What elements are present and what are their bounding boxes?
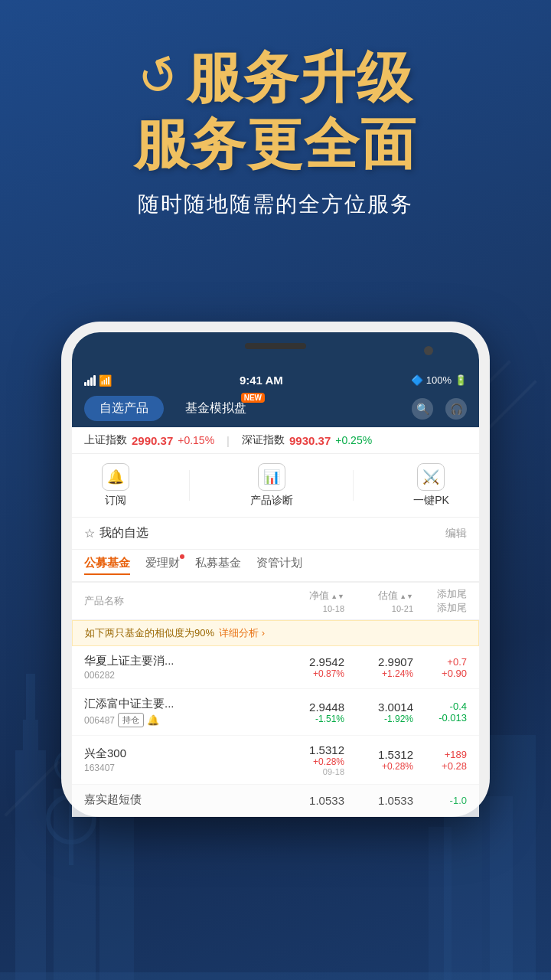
- subscribe-icon: 🔔: [102, 463, 129, 491]
- fund-est-1: 2.9907 +1.24%: [344, 655, 413, 679]
- col-add-header: 添加尾添加尾: [413, 587, 467, 615]
- pk-action[interactable]: ⚔️ 一键PK: [413, 463, 449, 508]
- watchlist-icon: ☆: [84, 526, 95, 541]
- col-est-header: 估值▲▼ 10-21: [344, 589, 413, 614]
- fund-code-2: 006487: [84, 715, 115, 726]
- diagnose-action[interactable]: 📊 产品诊断: [250, 463, 293, 508]
- action-divider-2: [353, 470, 354, 501]
- phone-camera: [424, 346, 433, 355]
- fund-row-4[interactable]: 嘉实超短债 1.0533 1.0533 -1.0: [72, 785, 479, 817]
- sz-index-name: 深证指数: [242, 433, 285, 447]
- alert-banner: 如下两只基金的相似度为90% 详细分析 ›: [72, 620, 479, 646]
- new-badge: NEW: [241, 393, 265, 403]
- tab-bar: 自选产品 基金模拟盘 NEW 🔍 🎧: [72, 390, 479, 427]
- battery-icon: 🔋: [455, 374, 467, 386]
- hero-title-line2: 服务更全面: [31, 113, 520, 176]
- tab-watchlist[interactable]: 自选产品: [84, 396, 164, 421]
- subscribe-label: 订阅: [105, 494, 126, 508]
- fund-info-4: 嘉实超短债: [84, 792, 276, 808]
- fund-name-1: 华夏上证主要消...: [84, 654, 276, 668]
- phone-mockup: 📶 9:41 AM 🔷 100% 🔋 自选产品 基金模拟盘 NEW 🔍 🎧: [61, 322, 490, 817]
- fund-code-1: 006282: [84, 670, 115, 681]
- pk-icon: ⚔️: [417, 463, 445, 491]
- svg-rect-11: [490, 735, 536, 980]
- search-icon[interactable]: 🔍: [412, 398, 433, 420]
- hero-title-line1: 服务升级: [187, 46, 413, 109]
- cat-tab-simu[interactable]: 私募基金: [195, 556, 241, 575]
- fund-action-2: -0.4 -0.013: [413, 701, 467, 724]
- svg-rect-2: [26, 674, 35, 720]
- arrow-icon: ↻: [131, 47, 187, 108]
- bluetooth-icon: 🔷: [411, 374, 423, 386]
- wifi-icon: 📶: [99, 374, 112, 387]
- table-header: 产品名称 净值▲▼ 10-18 估值▲▼ 10-21 添加尾添加尾: [72, 583, 479, 620]
- fund-action-3: +189 +0.28: [413, 749, 467, 772]
- alert-link[interactable]: 详细分析 ›: [219, 626, 265, 640]
- tab-fund-sim-label: 基金模拟盘: [185, 401, 246, 414]
- svg-rect-17: [0, 972, 551, 980]
- status-bar: 📶 9:41 AM 🔷 100% 🔋: [72, 371, 479, 390]
- svg-rect-3: [54, 789, 96, 980]
- watchlist-header: ☆ 我的自选 编辑: [72, 518, 479, 550]
- cat-tab-ziguan[interactable]: 资管计划: [256, 556, 302, 575]
- fund-nav-2: 2.9448 -1.51%: [276, 701, 344, 724]
- alert-text: 如下两只基金的相似度为90%: [85, 626, 214, 640]
- col-nav-header: 净值▲▼ 10-18: [276, 589, 344, 614]
- cat-tab-ailicai[interactable]: 爱理财: [145, 556, 180, 575]
- signal-icon: [84, 375, 96, 386]
- sh-index-name: 上证指数: [84, 433, 127, 447]
- svg-rect-10: [429, 827, 452, 980]
- fund-action-4: -1.0: [413, 795, 467, 806]
- fund-row-1[interactable]: 华夏上证主要消... 006282 2.9542 +0.87% 2.9907 +…: [72, 646, 479, 689]
- tab-watchlist-label: 自选产品: [99, 401, 148, 414]
- fund-nav-3: 1.5312 +0.28% 09-18: [276, 743, 344, 776]
- cat-tab-gongmu[interactable]: 公募基金: [84, 556, 130, 575]
- svg-rect-1: [23, 720, 38, 750]
- fund-row-3[interactable]: 兴全300 163407 1.5312 +0.28% 09-18 1.5312 …: [72, 736, 479, 785]
- action-divider-1: [189, 470, 190, 501]
- sz-index-change: +0.25%: [335, 434, 372, 446]
- category-tabs: 公募基金 爱理财 私募基金 资管计划: [72, 550, 479, 583]
- bell-icon-2: 🔔: [147, 714, 159, 726]
- fund-badge-2: 持仓: [118, 713, 144, 727]
- sz-index-value: 9930.37: [289, 434, 331, 447]
- cat-dot: [180, 554, 184, 559]
- battery-text: 100%: [426, 374, 452, 386]
- headset-icon[interactable]: 🎧: [445, 398, 467, 420]
- action-row: 🔔 订阅 📊 产品诊断 ⚔️ 一键PK: [72, 454, 479, 518]
- diagnose-label: 产品诊断: [250, 494, 293, 508]
- hero-subtitle: 随时随地随需的全方位服务: [31, 190, 520, 219]
- fund-code-3: 163407: [84, 763, 115, 773]
- svg-rect-0: [15, 750, 46, 980]
- sh-index-value: 2990.37: [132, 434, 173, 447]
- ticker-divider: |: [227, 434, 230, 447]
- fund-name-4: 嘉实超短债: [84, 792, 276, 807]
- fund-nav-4: 1.0533: [276, 794, 344, 807]
- phone-speaker: [245, 343, 306, 349]
- subscribe-action[interactable]: 🔔 订阅: [102, 463, 129, 508]
- hero-section: ↻ 服务升级 服务更全面 随时随地随需的全方位服务: [0, 46, 551, 219]
- fund-action-1: +0.7 +0.90: [413, 656, 467, 679]
- fund-row-2[interactable]: 汇添富中证主要... 006487 持仓 🔔 2.9448 -1.51% 3.0…: [72, 689, 479, 736]
- fund-est-2: 3.0014 -1.92%: [344, 701, 413, 724]
- edit-button[interactable]: 编辑: [445, 527, 467, 541]
- status-time: 9:41 AM: [240, 374, 283, 387]
- ticker-bar: 上证指数 2990.37 +0.15% | 深证指数 9930.37 +0.25…: [72, 427, 479, 454]
- fund-info-2: 汇添富中证主要... 006487 持仓 🔔: [84, 697, 276, 727]
- diagnose-icon: 📊: [258, 463, 285, 491]
- svg-rect-4: [99, 812, 134, 980]
- fund-info-3: 兴全300 163407: [84, 746, 276, 773]
- fund-name-2: 汇添富中证主要...: [84, 697, 276, 711]
- fund-name-3: 兴全300: [84, 746, 276, 761]
- tab-fund-sim[interactable]: 基金模拟盘 NEW: [170, 396, 262, 421]
- sh-index-change: +0.15%: [178, 434, 214, 446]
- watchlist-title: 我的自选: [99, 525, 148, 541]
- fund-info-1: 华夏上证主要消... 006282: [84, 654, 276, 681]
- cat-tab-ailicai-label: 爱理财: [145, 556, 180, 569]
- fund-nav-1: 2.9542 +0.87%: [276, 655, 344, 679]
- pk-label: 一键PK: [413, 494, 449, 508]
- fund-est-3: 1.5312 +0.28%: [344, 748, 413, 772]
- col-name-header: 产品名称: [84, 594, 276, 608]
- fund-est-4: 1.0533: [344, 794, 413, 807]
